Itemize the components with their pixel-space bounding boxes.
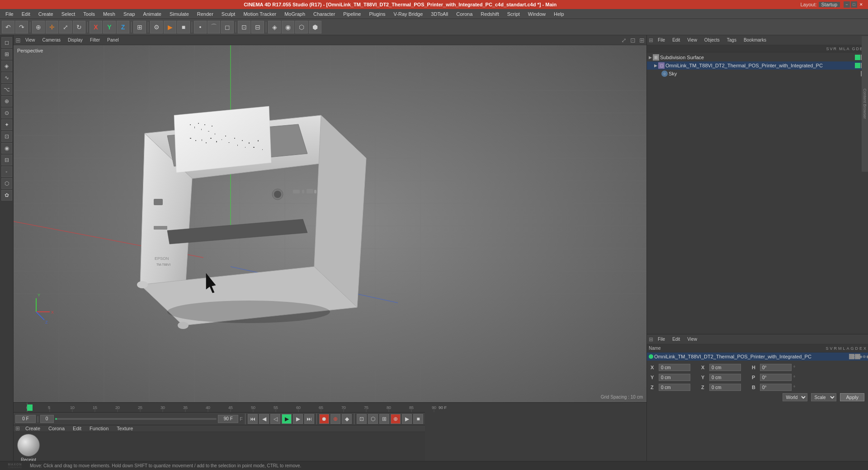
viewport[interactable]: EPSON TM-T88VI Y X Z Perspective [14,45,646,402]
mat-edit-menu[interactable]: Edit [70,425,84,432]
sidebar-nurbs-icon[interactable]: ⊕ [1,96,12,107]
sidebar-deform-icon[interactable]: ⌥ [1,84,12,95]
redo-button[interactable]: ↷ [15,21,28,33]
menu-pipeline[interactable]: Pipeline [340,10,364,18]
menu-character[interactable]: Character [310,10,339,18]
vp-fullscreen-icon[interactable]: ⊞ [639,37,645,44]
om-view-menu[interactable]: View [684,37,700,43]
record-button[interactable]: ⏺ [319,414,329,424]
z-axis-button[interactable]: Z [117,21,129,33]
render-settings-button[interactable]: ⚙ [150,21,163,33]
coord-x2-input[interactable] [709,364,741,371]
am-view-menu[interactable]: View [684,336,700,342]
wireframe-button[interactable]: ⬢ [309,21,321,33]
timeline-playhead[interactable] [27,404,33,411]
render-button[interactable]: ■ [177,21,190,33]
sidebar-null-icon[interactable]: ◦ [1,166,12,177]
texture-button[interactable]: ⬡ [295,21,308,33]
sidebar-texture-icon[interactable]: ⊞ [1,49,12,60]
sidebar-model-icon[interactable]: ◻ [1,37,12,48]
mat-create-menu[interactable]: Create [23,425,43,432]
content-browser-strip[interactable]: Content Browser [862,36,868,172]
am-edit-menu[interactable]: Edit [670,336,683,342]
scale-button[interactable]: ⤢ [59,21,72,33]
point-mode-button[interactable]: • [194,21,207,33]
menu-corona[interactable]: Corona [453,10,476,18]
transform-mode-select[interactable]: Scale Move Rotate [811,393,836,401]
vp-view-menu[interactable]: View [23,37,38,43]
am-file-menu[interactable]: File [655,336,668,342]
menu-sculpt[interactable]: Sculpt [218,10,239,18]
om-file-menu[interactable]: File [655,37,668,43]
mat-texture-menu[interactable]: Texture [114,425,136,432]
apply-button[interactable]: Apply [840,393,864,401]
vp-resize-icon[interactable]: ⤢ [621,37,627,44]
menu-help[interactable]: Help [550,10,568,18]
frame-end-input[interactable] [218,415,238,423]
jump-end-button[interactable]: ⏭ [304,414,314,424]
obj-row-subdivision[interactable]: ▶ ⊞ Subdivision Surface [647,53,868,61]
obj-row-sky[interactable]: ○ Sky [647,70,868,78]
play-reverse-button[interactable]: ◁ [270,414,280,424]
minimize-button[interactable]: − [844,1,850,8]
next-key-button[interactable]: ▶ [293,414,303,424]
edge-mode-button[interactable]: ⌒ [208,21,220,33]
mat-corona-menu[interactable]: Corona [46,425,67,432]
coord-b-input[interactable] [760,384,792,391]
current-frame-input[interactable] [15,415,36,423]
sidebar-poly-icon[interactable]: ◈ [1,61,12,71]
snap-button[interactable]: ⊡ [238,21,250,33]
prev-key-button[interactable]: ◀ [259,414,269,424]
motion-layer-button[interactable]: ⊞ [379,414,389,424]
menu-tools[interactable]: Tools [80,10,99,18]
material-item-receipt[interactable]: Receipt [17,434,40,461]
vp-lock-icon[interactable]: ⊡ [630,37,636,44]
sidebar-camera-icon[interactable]: ⊡ [1,131,12,142]
menu-script[interactable]: Script [504,10,524,18]
undo-button[interactable]: ↶ [2,21,14,33]
x-axis-button[interactable]: X [90,21,102,33]
obj-row-omnilink[interactable]: ▶ ◻ OmniLink_TM_T88VI_DT2_Thermal_POS_Pr… [647,61,868,70]
menu-edit[interactable]: Edit [18,10,34,18]
live-selection-button[interactable]: ⊕ [32,21,45,33]
polygon-mode-button[interactable]: ◻ [221,21,234,33]
key-all-button[interactable]: ◆ [342,414,352,424]
world-coord-button[interactable]: ⊞ [133,21,146,33]
play-button[interactable]: ▶ [282,414,292,424]
sidebar-field-icon[interactable]: ⬡ [1,178,12,189]
menu-simulate[interactable]: Simulate [166,10,193,18]
vp-cameras-menu[interactable]: Cameras [40,37,64,43]
sidebar-tag-icon[interactable]: ⊟ [1,155,12,165]
shading-button[interactable]: ◉ [282,21,294,33]
menu-vray[interactable]: V-Ray Bridge [390,10,427,18]
menu-mograph[interactable]: MoGraph [281,10,309,18]
motion-system-button[interactable]: ⬡ [368,414,378,424]
am-object-row[interactable]: OmniLink_TM_T88VI_DT2_Thermal_POS_Printe… [647,352,868,361]
auto-key-button[interactable]: ⊕ [330,414,340,424]
menu-file[interactable]: File [2,10,17,18]
menu-animate[interactable]: Animate [140,10,165,18]
menu-redshift[interactable]: Redshift [477,10,502,18]
move-button[interactable]: ✛ [46,21,58,33]
omnilink-expand-icon[interactable]: ▶ [654,63,657,68]
menu-plugins[interactable]: Plugins [365,10,389,18]
om-tags-menu[interactable]: Tags [724,37,739,43]
sidebar-fx-icon[interactable]: ✿ [1,190,12,201]
sidebar-object-icon[interactable]: ⊙ [1,108,12,118]
sidebar-light-icon[interactable]: ✦ [1,119,12,130]
subdivision-expand-icon[interactable]: ▶ [649,55,652,60]
motion-play-button[interactable]: ▶ [402,414,412,424]
menu-render[interactable]: Render [193,10,217,18]
om-bookmarks-menu[interactable]: Bookmarks [741,37,769,43]
display-mode-button[interactable]: ◈ [268,21,281,33]
vp-panel-menu[interactable]: Panel [104,37,122,43]
coord-y2-input[interactable] [709,374,741,381]
menu-window[interactable]: Window [524,10,549,18]
vp-filter-menu[interactable]: Filter [87,37,103,43]
menu-select[interactable]: Select [58,10,79,18]
omnilink-toggle-s[interactable] [855,63,860,68]
motion-clip-button[interactable]: ⊡ [357,414,367,424]
sidebar-curve-icon[interactable]: ∿ [1,72,12,83]
coord-h-input[interactable] [760,364,792,371]
frame-current-small[interactable] [40,415,54,423]
